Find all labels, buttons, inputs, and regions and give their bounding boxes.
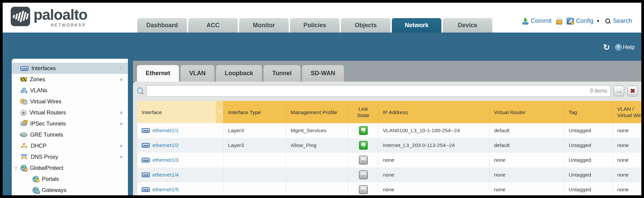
ipsec-tunnels-icon [20,121,27,126]
interface-link[interactable]: ethernet1/2 [152,142,178,148]
table-row[interactable]: ethernet1/2 Layer3 Allow_Ping Internet_L… [137,138,641,153]
help-button[interactable]: ? Help [615,44,635,51]
cell-link-state [348,182,378,195]
interface-link[interactable]: ethernet1/1 [152,128,178,134]
sidebar-item-portals[interactable]: Portals [12,174,128,185]
column-header-vlan-virtual-wire[interactable]: VLAN / Virtual Wire [613,101,641,123]
cell-mgmt-profile [286,182,348,195]
cell-tag: Untagged [564,138,613,153]
table-header: Interface Interface Type Management Prof… [137,101,641,123]
cell-tag: Untagged [564,123,613,138]
item-dot [120,78,123,81]
cell-tag: Untagged [564,167,613,182]
sidebar-item-virtual-wires[interactable]: Virtual Wires [12,96,128,107]
cell-virtual-router: none [490,167,564,182]
interface-icon [142,143,150,148]
apply-filter-button[interactable]: → [614,86,624,96]
column-header-ip-address[interactable]: IP Address [378,101,490,123]
search-icon [605,18,611,24]
table-row[interactable]: ethernet1/5 none none Untagged none [137,182,641,195]
tab-vlan[interactable]: VLAN [181,65,214,82]
cell-mgmt-profile [286,167,348,182]
tab-dashboard[interactable]: Dashboard [137,18,187,33]
portals-icon [32,176,39,182]
app-window: paloalto NETWORKS® Dashboard ACC Monitor… [3,3,641,195]
logo-wordmark: paloalto [33,6,87,23]
dns-proxy-icon: DNS [20,154,28,160]
sidebar-item-zones[interactable]: Zones [12,74,128,85]
tab-sdwan[interactable]: SD-WAN [302,65,344,82]
sidebar-item-dns-proxy[interactable]: DNS DNS Proxy [12,151,128,162]
main-content: Ethernet VLAN Loopback Tunnel SD-WAN 9 i… [133,61,641,195]
column-header-tag[interactable]: Tag [564,101,613,123]
link-state-up-icon [359,126,368,135]
cell-vlan: none [613,153,641,167]
zones-icon [20,77,27,82]
interface-link[interactable]: ethernet1/5 [152,187,178,193]
virtual-wires-icon [20,99,27,104]
tab-objects[interactable]: Objects [341,18,390,33]
link-state-down-icon [359,170,368,179]
sidebar-item-vlans[interactable]: VLANs [12,85,128,96]
tab-loopback[interactable]: Loopback [216,65,262,82]
commit-button[interactable]: Commit [522,17,552,24]
sidebar-item-interfaces[interactable]: Interfaces [12,63,128,74]
column-menu-button[interactable] [216,101,224,123]
column-header-link-state[interactable]: Link State [348,101,378,123]
tab-ethernet[interactable]: Ethernet [137,65,179,82]
cell-virtual-router: none [490,153,564,167]
logo-sub: NETWORKS® [33,23,87,28]
interface-link[interactable]: ethernet1/3 [152,157,178,163]
column-header-management-profile[interactable]: Management Profile [286,101,348,123]
link-state-down-icon [359,156,368,164]
sidebar-item-globalprotect[interactable]: ▽ GlobalProtect [12,162,128,174]
interface-link[interactable]: ethernet1/4 [152,172,178,178]
config-menu-button[interactable]: Config ▼ [567,17,600,24]
arrow-right-icon: → [616,88,623,94]
search-button[interactable]: Search [605,17,632,24]
cell-virtual-router: none [490,182,564,195]
table-row[interactable]: ethernet1/4 none none Untagged none [137,167,641,182]
sidebar-item-ipsec-tunnels[interactable]: IPSec Tunnels [12,118,128,129]
column-header-interface-type[interactable]: Interface Type [224,101,286,123]
cell-virtual-router: default [490,138,564,153]
paloalto-logo: paloalto NETWORKS® [11,7,87,28]
clear-filter-button[interactable]: ✖ [627,86,638,96]
interface-icon [142,158,150,162]
chevron-down-icon: ▼ [596,19,600,23]
dhcp-icon: IP [20,143,28,149]
tab-monitor[interactable]: Monitor [239,18,289,33]
cell-ip-address: none [378,153,490,167]
tab-device[interactable]: Device [443,18,492,33]
expander-icon[interactable]: ▽ [14,165,17,170]
gre-tunnels-icon [20,133,27,137]
sidebar-item-gateways[interactable]: Gateways [12,185,128,195]
sidebar-item-dhcp[interactable]: IP DHCP [12,140,128,151]
cell-tag: Untagged [564,153,613,167]
column-header-virtual-router[interactable]: Virtual Router [490,101,564,123]
sidebar: Interfaces Zones VLANs Virtual Wires + V… [12,59,128,195]
tab-network[interactable]: Network [392,18,441,33]
item-dot [120,67,123,70]
sidebar-item-gre-tunnels[interactable]: GRE Tunnels [12,129,128,140]
table-row[interactable]: ethernet1/3 none none Untagged none [137,153,641,167]
tab-policies[interactable]: Policies [290,18,340,33]
tab-tunnel[interactable]: Tunnel [264,65,300,82]
tab-acc[interactable]: ACC [188,18,238,33]
filter-input[interactable] [146,85,611,97]
column-dropdown-icon [217,111,222,114]
config-icon [567,18,574,24]
table-row[interactable]: ethernet1/1 Layer3 Mgmt_Services VLAN010… [137,123,641,138]
interfaces-table: Interface Interface Type Management Prof… [137,101,641,195]
refresh-icon[interactable]: ↻ [603,44,610,51]
cell-link-state [348,123,378,138]
cell-interface-type [224,182,286,195]
link-state-up-icon [359,141,368,150]
help-icon: ? [615,44,622,51]
cell-vlan: none [613,123,641,138]
interfaces-icon [20,66,28,71]
lock-icon[interactable] [556,18,562,24]
cell-link-state [348,153,378,167]
column-header-interface[interactable]: Interface [137,101,216,123]
sidebar-item-virtual-routers[interactable]: + Virtual Routers [12,107,128,118]
